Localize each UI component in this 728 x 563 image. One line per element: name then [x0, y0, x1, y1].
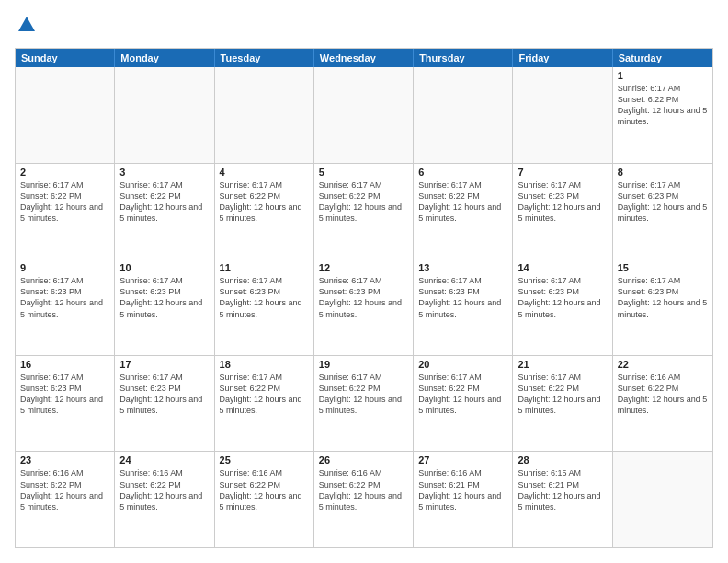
day-info: Sunrise: 6:17 AM Sunset: 6:23 PM Dayligh…	[618, 275, 708, 320]
calendar-empty-cell	[613, 452, 712, 547]
calendar-day-26: 26Sunrise: 6:16 AM Sunset: 6:22 PM Dayli…	[314, 452, 414, 547]
day-number: 9	[20, 262, 109, 273]
logo	[15, 15, 37, 39]
logo-icon	[17, 15, 37, 35]
day-number: 12	[319, 262, 408, 273]
calendar-day-12: 12Sunrise: 6:17 AM Sunset: 6:23 PM Dayli…	[314, 259, 414, 355]
weekday-header-monday: Monday	[115, 49, 214, 67]
calendar-day-17: 17Sunrise: 6:17 AM Sunset: 6:23 PM Dayli…	[115, 356, 214, 452]
svg-marker-0	[18, 17, 35, 31]
calendar-day-22: 22Sunrise: 6:16 AM Sunset: 6:22 PM Dayli…	[613, 356, 712, 452]
calendar-day-21: 21Sunrise: 6:17 AM Sunset: 6:22 PM Dayli…	[513, 356, 612, 452]
day-info: Sunrise: 6:17 AM Sunset: 6:23 PM Dayligh…	[20, 372, 109, 417]
day-number: 14	[518, 262, 607, 273]
calendar-header: SundayMondayTuesdayWednesdayThursdayFrid…	[16, 49, 712, 67]
day-info: Sunrise: 6:17 AM Sunset: 6:22 PM Dayligh…	[319, 372, 408, 417]
calendar-day-7: 7Sunrise: 6:17 AM Sunset: 6:23 PM Daylig…	[513, 164, 612, 259]
day-number: 25	[220, 454, 309, 465]
calendar-day-20: 20Sunrise: 6:17 AM Sunset: 6:22 PM Dayli…	[414, 356, 513, 452]
calendar-day-27: 27Sunrise: 6:16 AM Sunset: 6:21 PM Dayli…	[414, 452, 513, 547]
day-info: Sunrise: 6:17 AM Sunset: 6:23 PM Dayligh…	[20, 275, 109, 320]
day-info: Sunrise: 6:17 AM Sunset: 6:23 PM Dayligh…	[418, 275, 507, 320]
day-number: 15	[618, 262, 708, 273]
weekday-header-thursday: Thursday	[414, 49, 513, 67]
day-info: Sunrise: 6:16 AM Sunset: 6:21 PM Dayligh…	[418, 467, 507, 512]
calendar-empty-cell	[115, 67, 214, 163]
calendar-day-4: 4Sunrise: 6:17 AM Sunset: 6:22 PM Daylig…	[215, 164, 314, 259]
calendar-empty-cell	[414, 67, 513, 163]
calendar-empty-cell	[314, 67, 414, 163]
day-number: 26	[319, 454, 408, 465]
day-info: Sunrise: 6:17 AM Sunset: 6:22 PM Dayligh…	[418, 179, 507, 224]
calendar-empty-cell	[513, 67, 612, 163]
page: SundayMondayTuesdayWednesdayThursdayFrid…	[0, 0, 728, 563]
day-number: 24	[119, 454, 209, 465]
day-number: 2	[20, 167, 109, 178]
day-info: Sunrise: 6:15 AM Sunset: 6:21 PM Dayligh…	[518, 467, 607, 512]
calendar-day-15: 15Sunrise: 6:17 AM Sunset: 6:23 PM Dayli…	[613, 259, 712, 355]
calendar-row-3: 9Sunrise: 6:17 AM Sunset: 6:23 PM Daylig…	[16, 259, 712, 355]
day-info: Sunrise: 6:17 AM Sunset: 6:23 PM Dayligh…	[518, 179, 607, 224]
calendar-row-4: 16Sunrise: 6:17 AM Sunset: 6:23 PM Dayli…	[16, 355, 712, 452]
calendar-row-2: 2Sunrise: 6:17 AM Sunset: 6:22 PM Daylig…	[16, 163, 712, 259]
calendar-day-13: 13Sunrise: 6:17 AM Sunset: 6:23 PM Dayli…	[414, 259, 513, 355]
day-info: Sunrise: 6:17 AM Sunset: 6:22 PM Dayligh…	[220, 179, 309, 224]
day-info: Sunrise: 6:16 AM Sunset: 6:22 PM Dayligh…	[319, 467, 408, 512]
day-info: Sunrise: 6:17 AM Sunset: 6:23 PM Dayligh…	[119, 275, 209, 320]
day-info: Sunrise: 6:17 AM Sunset: 6:22 PM Dayligh…	[119, 179, 209, 224]
header	[15, 15, 713, 39]
calendar-day-2: 2Sunrise: 6:17 AM Sunset: 6:22 PM Daylig…	[16, 164, 115, 259]
day-info: Sunrise: 6:17 AM Sunset: 6:22 PM Dayligh…	[418, 372, 507, 417]
day-number: 28	[518, 454, 607, 465]
weekday-header-saturday: Saturday	[613, 49, 712, 67]
day-number: 23	[20, 454, 109, 465]
calendar-day-11: 11Sunrise: 6:17 AM Sunset: 6:23 PM Dayli…	[215, 259, 314, 355]
day-info: Sunrise: 6:17 AM Sunset: 6:23 PM Dayligh…	[319, 275, 408, 320]
day-number: 3	[119, 167, 209, 178]
calendar-day-1: 1Sunrise: 6:17 AM Sunset: 6:22 PM Daylig…	[613, 67, 712, 163]
day-number: 17	[119, 359, 209, 370]
day-number: 4	[220, 167, 309, 178]
day-info: Sunrise: 6:16 AM Sunset: 6:22 PM Dayligh…	[220, 467, 309, 512]
day-info: Sunrise: 6:17 AM Sunset: 6:22 PM Dayligh…	[618, 83, 708, 128]
calendar-day-6: 6Sunrise: 6:17 AM Sunset: 6:22 PM Daylig…	[414, 164, 513, 259]
day-info: Sunrise: 6:17 AM Sunset: 6:23 PM Dayligh…	[618, 179, 708, 224]
day-info: Sunrise: 6:16 AM Sunset: 6:22 PM Dayligh…	[20, 467, 109, 512]
day-info: Sunrise: 6:17 AM Sunset: 6:22 PM Dayligh…	[319, 179, 408, 224]
day-info: Sunrise: 6:16 AM Sunset: 6:22 PM Dayligh…	[119, 467, 209, 512]
weekday-header-wednesday: Wednesday	[314, 49, 414, 67]
calendar-day-8: 8Sunrise: 6:17 AM Sunset: 6:23 PM Daylig…	[613, 164, 712, 259]
day-info: Sunrise: 6:17 AM Sunset: 6:23 PM Dayligh…	[119, 372, 209, 417]
calendar-day-10: 10Sunrise: 6:17 AM Sunset: 6:23 PM Dayli…	[115, 259, 214, 355]
weekday-header-sunday: Sunday	[16, 49, 115, 67]
calendar-body: 1Sunrise: 6:17 AM Sunset: 6:22 PM Daylig…	[16, 67, 712, 547]
day-number: 20	[418, 359, 507, 370]
calendar-empty-cell	[16, 67, 115, 163]
day-number: 8	[618, 167, 708, 178]
calendar-day-28: 28Sunrise: 6:15 AM Sunset: 6:21 PM Dayli…	[513, 452, 612, 547]
calendar-day-24: 24Sunrise: 6:16 AM Sunset: 6:22 PM Dayli…	[115, 452, 214, 547]
day-number: 13	[418, 262, 507, 273]
day-info: Sunrise: 6:17 AM Sunset: 6:22 PM Dayligh…	[518, 372, 607, 417]
calendar-day-18: 18Sunrise: 6:17 AM Sunset: 6:22 PM Dayli…	[215, 356, 314, 452]
calendar-row-1: 1Sunrise: 6:17 AM Sunset: 6:22 PM Daylig…	[16, 67, 712, 163]
day-info: Sunrise: 6:17 AM Sunset: 6:22 PM Dayligh…	[20, 179, 109, 224]
day-info: Sunrise: 6:17 AM Sunset: 6:23 PM Dayligh…	[518, 275, 607, 320]
day-number: 7	[518, 167, 607, 178]
calendar-day-16: 16Sunrise: 6:17 AM Sunset: 6:23 PM Dayli…	[16, 356, 115, 452]
day-info: Sunrise: 6:17 AM Sunset: 6:23 PM Dayligh…	[220, 275, 309, 320]
day-info: Sunrise: 6:17 AM Sunset: 6:22 PM Dayligh…	[220, 372, 309, 417]
calendar-day-9: 9Sunrise: 6:17 AM Sunset: 6:23 PM Daylig…	[16, 259, 115, 355]
calendar-day-23: 23Sunrise: 6:16 AM Sunset: 6:22 PM Dayli…	[16, 452, 115, 547]
day-number: 16	[20, 359, 109, 370]
calendar-day-5: 5Sunrise: 6:17 AM Sunset: 6:22 PM Daylig…	[314, 164, 414, 259]
calendar-row-5: 23Sunrise: 6:16 AM Sunset: 6:22 PM Dayli…	[16, 451, 712, 547]
day-number: 10	[119, 262, 209, 273]
day-number: 11	[220, 262, 309, 273]
weekday-header-friday: Friday	[513, 49, 612, 67]
calendar-day-3: 3Sunrise: 6:17 AM Sunset: 6:22 PM Daylig…	[115, 164, 214, 259]
day-info: Sunrise: 6:16 AM Sunset: 6:22 PM Dayligh…	[618, 372, 708, 417]
day-number: 5	[319, 167, 408, 178]
day-number: 19	[319, 359, 408, 370]
calendar: SundayMondayTuesdayWednesdayThursdayFrid…	[15, 48, 713, 548]
